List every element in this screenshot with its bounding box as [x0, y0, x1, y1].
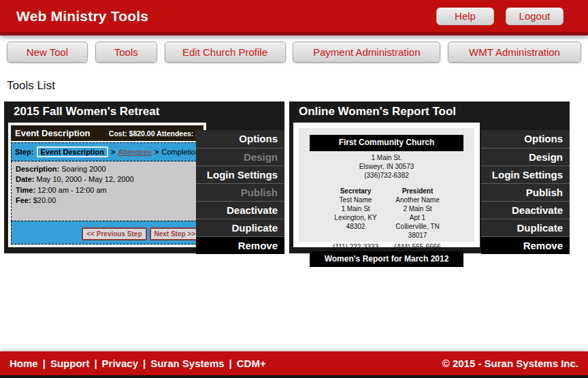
- footer-separator: |: [229, 358, 232, 369]
- event-preview-title: Event Description: [15, 128, 91, 138]
- footer-link-privacy[interactable]: Privacy: [102, 358, 138, 369]
- next-step-button: Next Step >>: [150, 227, 201, 240]
- event-fee-field: Fee: $20.00: [16, 195, 199, 206]
- address-line: 1 Main St.: [304, 153, 469, 162]
- event-date-field: Date: May 10, 2000 - May 12, 2000: [16, 174, 199, 185]
- menu-options[interactable]: Options: [481, 130, 570, 148]
- column-line: Test Name: [325, 195, 387, 204]
- menu-remove[interactable]: Remove: [481, 236, 570, 254]
- copyright-text: © 2015 - Suran Systems Inc.: [442, 358, 578, 369]
- menu-login-settings[interactable]: Login Settings: [196, 166, 284, 183]
- app-title: Web Ministry Tools: [16, 8, 148, 25]
- tool-card-body: First Community Church 1 Main St. Elswey…: [289, 121, 570, 253]
- page-title: Tools List: [7, 79, 588, 93]
- step-separator: >: [154, 148, 159, 156]
- menu-publish: Publish: [196, 183, 284, 201]
- footer-link-support[interactable]: Support: [50, 358, 90, 369]
- help-button[interactable]: Help: [436, 7, 494, 25]
- step-separator: >: [111, 148, 115, 156]
- footer-separator: |: [94, 358, 97, 369]
- event-preview-cost: Cost: $820.00 Attendees: 2: [109, 129, 199, 138]
- previous-step-button: << Previous Step: [82, 227, 146, 240]
- address-line: (336)732-6382: [304, 171, 469, 180]
- church-name-bar: First Community Church: [310, 135, 463, 151]
- nav-new-tool-button[interactable]: New Tool: [7, 42, 88, 63]
- event-step-footer: << Previous Step Next Step >>: [11, 221, 203, 245]
- event-details: Description: Soaring 2000 Date: May 10, …: [11, 161, 203, 221]
- header-buttons: Help Logout: [436, 7, 564, 25]
- footer-link-cdm[interactable]: CDM+: [237, 358, 266, 369]
- menu-design: Design: [196, 148, 284, 166]
- tool-card-online-womens-report: Online Women's Report Tool First Communi…: [289, 101, 570, 253]
- footer-link-home[interactable]: Home: [10, 358, 38, 369]
- event-time-field: Time: 12:00 am - 12:00 am: [16, 185, 199, 195]
- menu-deactivate[interactable]: Deactivate: [196, 201, 284, 219]
- event-description-field: Description: Soaring 2000: [16, 164, 199, 174]
- column-title: Secretary: [325, 187, 387, 195]
- report-preview-panel: First Community Church 1 Main St. Elswey…: [293, 123, 480, 247]
- logout-button[interactable]: Logout: [506, 7, 564, 25]
- tool-preview: First Community Church 1 Main St. Elswey…: [289, 121, 481, 253]
- field-value: Soaring 2000: [61, 165, 105, 173]
- nav-payment-administration-button[interactable]: Payment Administration: [293, 42, 440, 63]
- tool-card-title: 2015 Fall Women's Retreat: [4, 101, 284, 121]
- menu-remove[interactable]: Remove: [196, 236, 284, 254]
- tool-card-body: Event Description Cost: $820.00 Attendee…: [4, 121, 284, 253]
- event-step-bar: Step: Event Description > Attendees > Co…: [11, 142, 203, 161]
- app-header: Web Ministry Tools Help Logout: [0, 0, 588, 35]
- field-value: 12:00 am - 12:00 am: [37, 186, 107, 194]
- column-line: Apt 1: [387, 213, 448, 222]
- tools-list: 2015 Fall Women's Retreat Event Descript…: [0, 101, 588, 253]
- step-completion: Completion: [161, 148, 199, 156]
- step-label: Step:: [15, 148, 34, 156]
- step-current: Event Description: [37, 146, 109, 157]
- column-line: Another Name: [387, 195, 448, 204]
- column-line: Lexington, KY 48302: [325, 213, 387, 231]
- church-address: 1 Main St. Elsweyr, IN 30573 (336)732-63…: [304, 153, 469, 180]
- tool-preview: Event Description Cost: $820.00 Attendee…: [4, 121, 196, 253]
- app-footer: Home | Support | Privacy | Suran Systems…: [0, 351, 588, 375]
- field-value: May 10, 2000 - May 12, 2000: [37, 175, 134, 183]
- main-nav: New Tool Tools Edit Church Profile Payme…: [0, 35, 588, 68]
- footer-separator: |: [43, 358, 46, 369]
- column-phone: (444) 555-6666: [387, 240, 448, 251]
- tool-card-title: Online Women's Report Tool: [289, 101, 570, 121]
- step-attendees-link: Attendees: [118, 148, 152, 156]
- report-preview: First Community Church 1 Main St. Elswey…: [299, 128, 474, 242]
- footer-links: Home | Support | Privacy | Suran Systems…: [10, 358, 266, 369]
- tool-card-fall-womens-retreat: 2015 Fall Women's Retreat Event Descript…: [4, 101, 284, 253]
- menu-design[interactable]: Design: [481, 148, 570, 166]
- president-column: President Another Name 2 Main St Apt 1 C…: [387, 187, 448, 251]
- menu-duplicate[interactable]: Duplicate: [196, 219, 284, 236]
- footer-link-suran-systems[interactable]: Suran Systems: [150, 358, 224, 369]
- field-label: Time:: [16, 186, 35, 194]
- menu-deactivate[interactable]: Deactivate: [481, 201, 570, 219]
- column-title: President: [387, 187, 448, 195]
- event-preview-panel: Event Description Cost: $820.00 Attendee…: [8, 123, 206, 247]
- tool-menu: Options Design Login Settings Publish De…: [196, 121, 284, 253]
- field-label: Date:: [16, 175, 35, 183]
- menu-duplicate[interactable]: Duplicate: [481, 219, 570, 236]
- main-content: Tools List 2015 Fall Women's Retreat Eve…: [0, 68, 588, 351]
- bottom-strip: [0, 375, 588, 378]
- field-value: $20.00: [33, 196, 56, 204]
- field-label: Fee:: [16, 196, 31, 204]
- footer-separator: |: [143, 358, 146, 369]
- report-title-bar: Women's Report for March 2012: [310, 251, 463, 268]
- column-line: 2 Main St: [387, 204, 448, 213]
- field-label: Description:: [16, 165, 59, 173]
- event-preview-header: Event Description Cost: $820.00 Attendee…: [11, 125, 203, 141]
- menu-publish[interactable]: Publish: [481, 183, 570, 201]
- nav-tools-button[interactable]: Tools: [95, 42, 157, 63]
- column-phone: (111) 222-3333: [325, 240, 387, 251]
- officer-columns: Secretary Test Name 1 Main St Lexington,…: [304, 187, 469, 251]
- menu-login-settings[interactable]: Login Settings: [481, 166, 570, 183]
- nav-wmt-administration-button[interactable]: WMT Administration: [448, 42, 581, 63]
- tool-menu: Options Design Login Settings Publish De…: [481, 121, 570, 253]
- secretary-column: Secretary Test Name 1 Main St Lexington,…: [325, 187, 387, 251]
- column-line: 1 Main St: [325, 204, 387, 213]
- address-line: Elsweyr, IN 30573: [304, 162, 469, 171]
- nav-edit-church-profile-button[interactable]: Edit Church Profile: [165, 42, 286, 63]
- menu-options[interactable]: Options: [196, 130, 284, 148]
- column-line: Collierville, TN 38017: [387, 222, 448, 240]
